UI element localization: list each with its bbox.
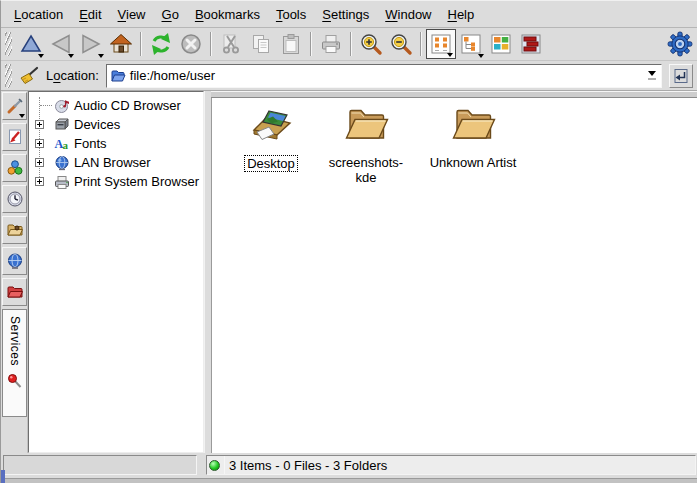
sidebar-tab-root-folder[interactable] [2, 278, 27, 306]
print-icon [319, 32, 343, 56]
bookmarks-icon [6, 128, 24, 146]
up-button[interactable] [16, 29, 46, 59]
tree-item-audio-cd-browser[interactable]: Audio CD Browser [32, 96, 203, 115]
tree-view-dropdown-arrow-icon [478, 54, 484, 58]
tree-item-label: Print System Browser [74, 174, 199, 189]
print-button[interactable] [316, 29, 346, 59]
statusbar-divider [224, 456, 225, 474]
menu-tools[interactable]: Tools [268, 3, 314, 26]
kde-gear-throbber[interactable] [665, 29, 695, 59]
location-label: Location: [46, 68, 99, 83]
forward-icon [79, 32, 103, 56]
go-enter-icon [672, 67, 690, 85]
applications-icon [6, 159, 24, 177]
sidebar-tab-bookmarks[interactable] [2, 123, 27, 151]
menu-window[interactable]: Window [377, 3, 439, 26]
reload-button[interactable] [146, 29, 176, 59]
sidebar-tab-home-folder[interactable] [2, 216, 27, 244]
kde-gear-icon [667, 31, 693, 57]
desktop-folder-icon [247, 102, 295, 150]
menubar: Location Edit View Go Bookmarks Tools Se… [1, 1, 697, 28]
icon-view[interactable]: Desktop screenshots-kde Unknown Artist [211, 98, 697, 453]
fonts-icon: Aa [54, 136, 70, 152]
bottom-bars: 3 Items - 0 Files - 3 Folders [1, 453, 697, 478]
folder-icon [342, 102, 390, 150]
zoom-out-icon [389, 32, 413, 56]
location-input[interactable]: file:/home/user [130, 68, 643, 83]
svg-text:a: a [63, 139, 69, 151]
tree-item-fonts[interactable]: Aa Fonts [32, 134, 203, 153]
location-dropdown-button[interactable] [643, 65, 661, 87]
zoom-in-icon [359, 32, 383, 56]
expander-plus-icon[interactable] [35, 158, 44, 167]
zoom-out-button[interactable] [386, 29, 416, 59]
expander-plus-icon[interactable] [35, 139, 44, 148]
tree-item-label: LAN Browser [74, 155, 151, 170]
up-icon [19, 32, 43, 56]
audio-cd-icon [54, 98, 70, 114]
expander-plus-icon[interactable] [35, 177, 44, 186]
clear-location-button[interactable] [16, 65, 42, 87]
expander-plus-icon[interactable] [35, 120, 44, 129]
file-item-desktop[interactable]: Desktop [228, 102, 314, 172]
statusbar: 3 Items - 0 Files - 3 Folders [206, 455, 696, 475]
statusbar-text: 3 Items - 0 Files - 3 Folders [229, 458, 387, 473]
toolbar-separator [350, 32, 352, 56]
configure-tools-icon [6, 97, 24, 115]
devices-icon [54, 117, 70, 133]
forward-button[interactable] [76, 29, 106, 59]
go-button[interactable] [669, 64, 693, 88]
file-item-screenshots-kde[interactable]: screenshots-kde [320, 102, 412, 185]
panel-splitter[interactable] [204, 91, 211, 453]
sidebar-tabbar: Services [1, 91, 28, 453]
toolbar-separator [210, 32, 212, 56]
services-pin-icon [7, 373, 23, 389]
copy-button[interactable] [246, 29, 276, 59]
sidebar-tab-services-active[interactable]: Services [2, 309, 27, 417]
menu-go[interactable]: Go [154, 3, 187, 26]
forward-dropdown-arrow-icon [98, 54, 104, 58]
detailed-view-button[interactable] [516, 29, 546, 59]
location-combobox[interactable]: file:/home/user [106, 64, 662, 88]
tree-view-button[interactable] [456, 29, 486, 59]
sidebar-tab-applications[interactable] [2, 154, 27, 182]
up-dropdown-arrow-icon [38, 54, 44, 58]
konqueror-window: Location Edit View Go Bookmarks Tools Se… [0, 0, 697, 483]
stop-icon [179, 32, 203, 56]
tree-item-lan-browser[interactable]: LAN Browser [32, 153, 203, 172]
back-button[interactable] [46, 29, 76, 59]
folder-icon [449, 102, 497, 150]
icon-view-dropdown-arrow-icon [447, 53, 453, 57]
zoom-in-button[interactable] [356, 29, 386, 59]
active-view-indicator-bar [211, 91, 697, 98]
root-folder-icon [6, 283, 24, 301]
tree-item-print-system-browser[interactable]: Print System Browser [32, 172, 203, 191]
sidebar-tab-history[interactable] [2, 185, 27, 213]
menu-edit[interactable]: Edit [71, 3, 109, 26]
tree-item-devices[interactable]: Devices [32, 115, 203, 134]
menu-bookmarks[interactable]: Bookmarks [187, 3, 268, 26]
cut-button[interactable] [216, 29, 246, 59]
paste-button[interactable] [276, 29, 306, 59]
file-item-unknown-artist[interactable]: Unknown Artist [414, 102, 532, 170]
folder-open-icon [110, 68, 126, 84]
window-corner-mark [1, 470, 5, 483]
detailed-view-icon [519, 32, 543, 56]
sidebar-configure-button[interactable] [2, 92, 27, 120]
locationbar-grip[interactable] [5, 64, 12, 88]
sidebar-tab-network[interactable] [2, 247, 27, 275]
home-button[interactable] [106, 29, 136, 59]
multicolumn-view-icon [489, 32, 513, 56]
menu-location[interactable]: Location [6, 3, 71, 26]
icon-view-button[interactable] [426, 29, 456, 59]
menu-view[interactable]: View [110, 3, 154, 26]
multicolumn-view-button[interactable] [486, 29, 516, 59]
menu-settings[interactable]: Settings [314, 3, 377, 26]
sidebar-statusbar [3, 455, 197, 475]
copy-icon [249, 32, 273, 56]
tree-item-label: Devices [74, 117, 120, 132]
stop-button[interactable] [176, 29, 206, 59]
combo-dropdown-icon [648, 71, 656, 76]
toolbar-grip[interactable] [5, 32, 12, 56]
menu-help[interactable]: Help [440, 3, 483, 26]
